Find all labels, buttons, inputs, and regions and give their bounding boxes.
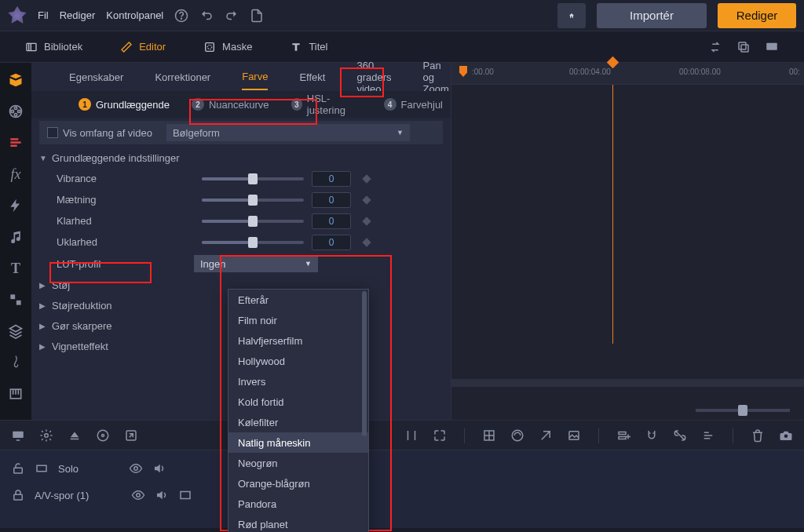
lut-option[interactable]: Natlig måneskin — [228, 432, 368, 453]
tab-title-label: Titel — [309, 41, 327, 53]
vignette-label: Vignetteffekt — [52, 341, 108, 352]
timeline-start-marker[interactable] — [459, 66, 467, 77]
subtab-effect[interactable]: Effekt — [299, 65, 325, 89]
add-track-icon[interactable] — [616, 428, 630, 443]
show-scope-checkbox[interactable] — [47, 127, 58, 138]
link-off-icon[interactable] — [673, 428, 687, 443]
lut-option[interactable]: Efterår — [228, 290, 368, 310]
import-button[interactable]: Importér — [597, 3, 707, 28]
rail-treble-icon[interactable] — [8, 355, 24, 370]
camera-icon[interactable] — [779, 428, 793, 443]
rail-music-icon[interactable] — [8, 229, 24, 245]
selection-icon[interactable] — [433, 428, 447, 443]
haze-keyframe[interactable] — [362, 238, 371, 246]
subtab-properties[interactable]: Egenskaber — [69, 65, 123, 89]
lut-select[interactable]: Ingen ▼ — [194, 255, 318, 272]
tab-library[interactable]: Bibliotek — [25, 41, 82, 53]
redo-icon[interactable] — [225, 9, 239, 23]
eye-icon[interactable] — [131, 488, 145, 502]
display-icon[interactable] — [765, 40, 779, 54]
disc-icon[interactable] — [96, 428, 110, 443]
grid-icon[interactable] — [482, 428, 496, 443]
copy-icon[interactable] — [736, 40, 751, 54]
clarity-value[interactable]: 0 — [312, 213, 351, 229]
lut-option[interactable]: Orange-blågrøn — [228, 473, 368, 494]
haze-value[interactable]: 0 — [312, 235, 351, 250]
help-icon[interactable] — [174, 9, 188, 23]
rail-layers-icon[interactable] — [8, 323, 24, 339]
step-tonecurve[interactable]: 2Nuancekurve — [192, 98, 269, 111]
lut-option[interactable]: Pandora — [228, 494, 368, 514]
lock-icon[interactable] — [11, 488, 25, 502]
dropdown-scrollbar[interactable] — [362, 291, 367, 436]
timeline-hscroll[interactable] — [451, 379, 804, 387]
scope-select[interactable]: Bølgeform ▼ — [166, 124, 410, 141]
subtab-color[interactable]: Farve — [242, 64, 268, 90]
clarity-slider[interactable] — [202, 220, 304, 223]
vibrance-value[interactable]: 0 — [312, 171, 351, 187]
rail-box-icon[interactable] — [8, 72, 24, 88]
clarity-keyframe[interactable] — [362, 217, 371, 225]
rail-folder-icon[interactable] — [8, 135, 24, 151]
vibrance-keyframe[interactable] — [362, 174, 371, 183]
lut-dropdown[interactable]: EfterårFilm noirHalvfjerserfilmHollywood… — [228, 289, 369, 532]
export-icon[interactable] — [124, 428, 138, 443]
cut-icon[interactable] — [404, 428, 418, 443]
lut-option[interactable]: Film noir — [228, 310, 368, 330]
saturation-keyframe[interactable] — [362, 195, 371, 204]
lut-option[interactable]: Halvfjerserfilm — [228, 330, 368, 351]
menu-controlpanel[interactable]: Kontrolpanel — [106, 9, 163, 21]
group-icon[interactable] — [701, 428, 715, 443]
lut-option[interactable]: Hollywood — [228, 351, 368, 371]
speaker-icon[interactable] — [155, 488, 169, 502]
home-button[interactable] — [557, 3, 586, 28]
menu-file[interactable]: Fil — [38, 9, 49, 21]
menu-edit[interactable]: Rediger — [60, 9, 96, 21]
haze-slider[interactable] — [202, 241, 304, 244]
lut-option[interactable]: Kølefilter — [228, 412, 368, 432]
basic-settings-header[interactable]: ▼Grundlæggende indstillinger — [39, 148, 443, 168]
unlock-icon[interactable] — [11, 461, 25, 476]
rail-film-icon[interactable] — [8, 104, 24, 119]
tab-editor[interactable]: Editor — [120, 41, 166, 53]
rail-shape-icon[interactable] — [8, 292, 24, 308]
razor-icon[interactable] — [539, 428, 553, 443]
timeline-panel: :00.00 00:00:04.00 00:00:08.00 00: — [451, 63, 804, 420]
timeline-zoom-slider[interactable] — [696, 409, 790, 412]
trash-icon[interactable] — [751, 428, 765, 443]
monitor-icon[interactable] — [11, 428, 25, 443]
undo-icon[interactable] — [199, 9, 214, 23]
lut-option[interactable]: Invers — [228, 371, 368, 392]
gear-icon[interactable] — [39, 428, 53, 443]
saturation-slider[interactable] — [202, 199, 304, 202]
svg-rect-16 — [10, 294, 15, 299]
rail-piano-icon[interactable] — [8, 386, 24, 402]
eject-icon[interactable] — [68, 428, 82, 443]
rail-fx-icon[interactable]: fx — [8, 166, 24, 182]
tab-mask[interactable]: Maske — [203, 41, 252, 53]
edit-button[interactable]: Rediger — [718, 3, 796, 28]
timeline-body[interactable] — [451, 85, 804, 344]
lut-option[interactable]: Kold fortid — [228, 392, 368, 412]
speaker-icon[interactable] — [152, 461, 166, 476]
step-basic[interactable]: 1Grundlæggende — [79, 98, 170, 111]
eye-icon[interactable] — [129, 461, 143, 476]
track-frame-icon[interactable] — [35, 461, 49, 476]
circle-fx-icon[interactable] — [510, 428, 524, 443]
step-colorwheel[interactable]: 4Farvehjul — [384, 98, 443, 111]
lut-option[interactable]: Rød planet — [228, 514, 368, 532]
document-icon[interactable] — [250, 9, 264, 23]
tab-title[interactable]: Titel — [290, 41, 327, 53]
magnet-icon[interactable] — [645, 428, 659, 443]
step-hsl[interactable]: 3HSL-justering — [291, 93, 362, 116]
rail-bolt-icon[interactable] — [8, 198, 24, 213]
subtab-corrections[interactable]: Korrektioner — [155, 65, 210, 89]
timeline-ruler[interactable]: :00.00 00:00:04.00 00:00:08.00 00: — [451, 63, 804, 85]
track-box-icon[interactable] — [178, 488, 192, 502]
vibrance-slider[interactable] — [202, 177, 304, 180]
lut-option[interactable]: Neogrøn — [228, 453, 368, 473]
swap-icon[interactable] — [708, 40, 722, 54]
image-icon[interactable] — [567, 428, 581, 443]
rail-text-icon[interactable]: T — [8, 261, 24, 276]
saturation-value[interactable]: 0 — [312, 192, 351, 208]
